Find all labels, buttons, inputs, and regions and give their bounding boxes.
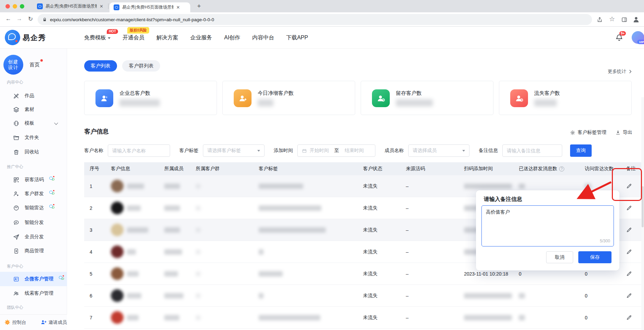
invite-member-link[interactable]: 邀请成员 <box>41 319 67 326</box>
export-button[interactable]: 导出 <box>615 129 632 136</box>
note-input[interactable] <box>502 144 562 157</box>
stat-value-blurred <box>396 99 433 106</box>
sidebar-item-lead-customers[interactable]: 线索客户管理 <box>0 286 67 301</box>
edit-note-icon[interactable] <box>626 271 632 277</box>
end-date-placeholder[interactable]: 结束时间 <box>345 148 364 154</box>
sidebar-item-works[interactable]: 作品 <box>0 89 67 103</box>
customer-tag-select[interactable]: 请选择客户标签 <box>203 144 265 157</box>
nav-free-templates[interactable]: 免费模板 HOT <box>84 34 111 41</box>
nav-download-app[interactable]: 下载APP <box>286 34 308 41</box>
address-bar[interactable]: eqxiu.com/workbench/customer-manage/clie… <box>38 14 592 25</box>
tag-manage-button[interactable]: 客户标签管理 <box>570 129 606 136</box>
tab-close-icon[interactable]: ✕ <box>176 5 180 10</box>
yuan-card-icon <box>13 248 20 254</box>
stat-card-retained: 留存客户数 <box>361 81 493 115</box>
user-avatar[interactable]: VIP <box>632 31 644 44</box>
side-panel-icon[interactable] <box>621 17 627 23</box>
nav-membership[interactable]: 开通会员 版权0风险 <box>123 34 144 41</box>
section-content-center: 内容中心 <box>7 79 23 85</box>
chevron-right-icon <box>629 69 632 74</box>
sidebar-item-materials[interactable]: 素材 <box>0 102 67 117</box>
sidebar-item-templates[interactable]: 模板 <box>0 116 67 130</box>
sidebar-item-customer-broadcast[interactable]: 客户群发 <box>0 187 67 201</box>
tab-title: 易企秀|免费H5页面微场景制作… <box>122 4 173 10</box>
forward-icon[interactable]: → <box>16 15 22 22</box>
search-button[interactable]: 查询 <box>570 144 592 157</box>
edit-note-icon[interactable] <box>626 205 632 211</box>
member-select[interactable]: 请选择成员 <box>408 144 469 157</box>
sidebar-item-all-distribution[interactable]: 全员分发 <box>0 230 67 244</box>
browser-tab-2-active[interactable]: 易企秀|免费H5页面微场景制作… ✕ <box>110 2 190 12</box>
reload-icon[interactable]: ↻ <box>28 15 33 23</box>
brand-name[interactable]: 易企秀 <box>23 33 46 42</box>
stat-value-blurred <box>534 99 557 106</box>
date-range-picker[interactable]: 开始时间 至 结束时间 <box>297 144 375 157</box>
wecom-chat-badge <box>59 275 64 280</box>
back-icon[interactable]: ← <box>5 15 11 22</box>
notification-count-badge: 9+ <box>619 31 626 36</box>
filter-bar: 客户名称 客户标签 请选择客户标签 添加时间 开始时间 至 结束时间 成员名称 … <box>84 144 592 157</box>
sidebar-item-home[interactable]: 首页 <box>29 62 40 68</box>
browser-tab-1[interactable]: 易企秀|免费H5页面微场景制作… ✕ <box>33 0 107 12</box>
bookmark-star-icon[interactable]: ☆ <box>609 15 615 23</box>
save-button[interactable]: 保存 <box>578 251 611 263</box>
note-textarea[interactable]: 高价值客户 <box>481 205 614 246</box>
sidebar-item-smart-radar[interactable]: 智能雷达 <box>0 201 67 215</box>
chevron-down-icon <box>54 121 58 125</box>
window-close-button[interactable] <box>5 4 10 9</box>
sidebar-item-qr-codes[interactable]: 获客活码 <box>0 173 67 187</box>
tab-close-icon[interactable]: ✕ <box>100 4 103 9</box>
customer-churned-icon <box>510 89 528 107</box>
main-nav: 免费模板 HOT 开通会员 版权0风险 解决方案 企业服务 AI创作 内容中台 … <box>84 27 308 49</box>
edit-note-icon[interactable] <box>626 249 632 255</box>
help-icon[interactable]: ? <box>559 166 564 172</box>
edit-note-icon[interactable] <box>626 227 632 233</box>
red-dot-badge <box>40 59 43 62</box>
radar-count-cell: 0 <box>579 293 621 299</box>
more-stats-link[interactable]: 更多统计 <box>608 68 632 75</box>
notification-bell[interactable]: 9+ <box>615 34 623 41</box>
sidebar-item-folders[interactable]: 文件夹 <box>0 130 67 145</box>
customer-name-input[interactable] <box>108 144 170 157</box>
paper-plane-icon <box>13 234 20 240</box>
customer-avatar <box>111 202 124 214</box>
edit-note-icon[interactable] <box>626 293 632 299</box>
share-icon[interactable] <box>597 17 603 23</box>
sidebar-item-goods-management[interactable]: 商品管理 <box>0 244 67 258</box>
sidebar-item-smart-distribution[interactable]: 智能分发 <box>0 215 67 230</box>
scan-time-cell: 2023-11-01 10:20:18 <box>459 271 513 277</box>
dialog-title: 请输入备注信息 <box>484 196 522 203</box>
person-send-icon <box>13 191 20 197</box>
stat-card-net-new-today: 今日净增客户数 <box>222 81 355 115</box>
console-link[interactable]: 控制台 <box>4 319 26 326</box>
layers-icon <box>13 106 20 113</box>
start-date-placeholder[interactable]: 开始时间 <box>310 148 329 154</box>
radar-icon <box>13 205 20 211</box>
table-row[interactable]: 6 未流失 – 0 <box>84 285 642 307</box>
tab-customer-group-list[interactable]: 客户群列表 <box>122 60 160 72</box>
nav-ai-creation[interactable]: AI创作 <box>224 34 240 41</box>
eqxiu-logo[interactable] <box>5 30 20 45</box>
customer-retained-icon <box>372 89 390 107</box>
create-design-button[interactable]: 创建设计 <box>3 55 23 75</box>
scrollbar-track[interactable] <box>641 97 644 330</box>
status-cell: 未流失 <box>358 205 400 211</box>
new-tab-button[interactable]: + <box>197 2 201 10</box>
table-row[interactable]: 7 未流失 – 0 <box>84 307 642 329</box>
cancel-button[interactable]: 取消 <box>546 251 573 263</box>
nav-content-hub[interactable]: 内容中台 <box>252 34 274 41</box>
window-zoom-button[interactable] <box>20 4 24 9</box>
nav-solutions[interactable]: 解决方案 <box>156 34 178 41</box>
sidebar-item-recycle-bin[interactable]: 回收站 <box>0 145 67 159</box>
annotation-arrow <box>573 177 617 203</box>
sidebar-item-wecom-customers[interactable]: 企微客户管理 <box>0 272 67 286</box>
window-minimize-button[interactable] <box>13 4 17 9</box>
edit-note-icon[interactable] <box>626 315 632 320</box>
tab-customer-list[interactable]: 客户列表 <box>84 60 117 72</box>
profile-avatar-icon[interactable] <box>632 16 640 23</box>
wecom-chat-badge <box>49 190 54 194</box>
status-cell: 未流失 <box>358 315 400 321</box>
gear-icon <box>570 130 576 136</box>
people-icon <box>13 290 20 297</box>
nav-enterprise[interactable]: 企业服务 <box>190 34 212 41</box>
